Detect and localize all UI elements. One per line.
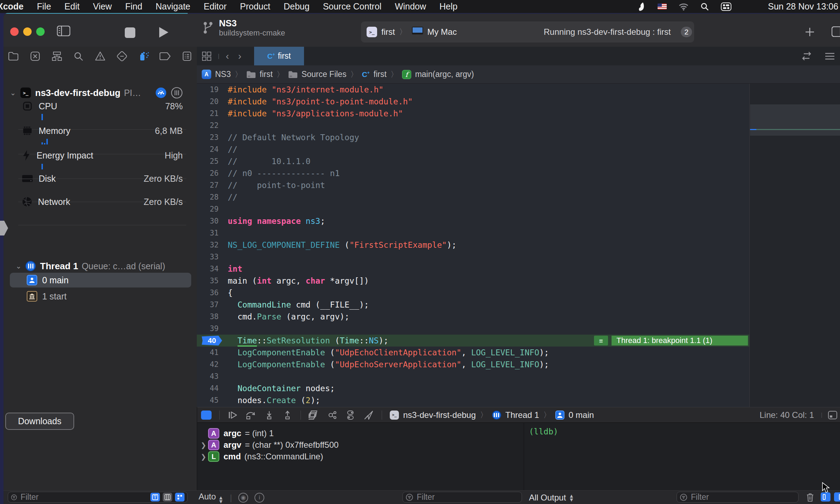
breadcrumb-item[interactable]: first — [374, 70, 387, 79]
line-number[interactable]: 38 — [197, 312, 219, 321]
menu-item-edit[interactable]: Edit — [64, 1, 79, 11]
memory-graph-button[interactable] — [327, 411, 337, 420]
environment-overrides-button[interactable] — [345, 411, 356, 420]
menu-item-help[interactable]: Help — [439, 1, 457, 11]
tab-first[interactable]: C+ first — [254, 47, 304, 65]
code-line-37[interactable]: 37 CommandLine cmd (__FILE__); — [197, 299, 749, 311]
debug-console[interactable]: (lldb) — [524, 422, 840, 490]
menu-item-editor[interactable]: Editor — [203, 1, 226, 11]
toggle-variables-view-button[interactable] — [821, 492, 831, 502]
breadcrumb-item[interactable]: first — [260, 70, 273, 79]
menu-item-product[interactable]: Product — [240, 1, 270, 11]
go-forward-button[interactable]: › — [238, 51, 241, 62]
line-number[interactable]: 28 — [197, 193, 219, 201]
disclosure-chevron-icon[interactable]: ❯ — [199, 441, 208, 449]
variables-view[interactable]: Aargc= (int) 1❯Aargv= (char **) 0x7ffeef… — [197, 422, 524, 490]
gauge-row-memory[interactable]: Memory6,8 MB — [4, 123, 197, 138]
go-back-button[interactable]: ‹ — [226, 51, 229, 62]
source-control-navigator-icon[interactable] — [30, 51, 41, 62]
project-title[interactable]: NS3 — [219, 18, 285, 28]
code-line-44[interactable]: 44 NodeContainer nodes; — [197, 382, 749, 394]
variables-filter-field[interactable] — [402, 492, 522, 503]
disclosure-chevron-icon[interactable]: ⌄ — [8, 89, 18, 97]
issue-navigator-icon[interactable] — [95, 51, 106, 62]
menu-item-navigate[interactable]: Navigate — [156, 1, 190, 11]
toggle-console-view-button[interactable] — [834, 492, 840, 502]
line-number[interactable]: 43 — [197, 372, 219, 381]
run-button[interactable] — [158, 26, 169, 38]
breakpoint-marker[interactable]: 40 — [202, 336, 222, 345]
editor-only-icon[interactable] — [828, 411, 837, 419]
line-number[interactable]: 44 — [197, 384, 219, 393]
breadcrumb-item[interactable]: Source Files — [302, 70, 347, 79]
continue-button[interactable] — [227, 411, 238, 420]
code-line-39[interactable]: 39 — [197, 323, 749, 335]
line-number[interactable]: 45 — [197, 396, 219, 405]
line-number[interactable]: 19 — [197, 85, 219, 94]
process-row[interactable]: ⌄ >_ ns3-dev-first-debug PI… — [4, 86, 197, 100]
line-number[interactable]: 39 — [197, 324, 219, 333]
project-navigator-icon[interactable] — [8, 51, 19, 62]
menu-item-file[interactable]: File — [37, 1, 51, 11]
disclosure-chevron-icon[interactable]: ⌄ — [14, 262, 23, 270]
filter-input[interactable] — [416, 492, 519, 502]
breadcrumb-item[interactable]: NS3 — [215, 70, 231, 79]
code-line-36[interactable]: 36{ — [197, 287, 749, 299]
code-line-25[interactable]: 25// 10.1.1.0 — [197, 155, 749, 167]
filter-flag-toggle[interactable] — [175, 493, 185, 502]
filter-input[interactable] — [690, 492, 795, 502]
run-destination[interactable]: My Mac — [427, 27, 457, 37]
code-line-23[interactable]: 23// Default Network Topology — [197, 131, 749, 143]
gauge-row-cpu[interactable]: CPU78% — [4, 98, 197, 114]
code-line-38[interactable]: 38 cmd.Parse (argc, argv); — [197, 311, 749, 323]
code-line-32[interactable]: 32NS_LOG_COMPONENT_DEFINE ("FirstScriptE… — [197, 239, 749, 251]
source-editor[interactable]: 19#include "ns3/internet-module.h"20#inc… — [197, 84, 749, 407]
filter-running-toggle[interactable] — [150, 493, 160, 502]
gauge-row-energy[interactable]: Energy ImpactHigh — [4, 148, 197, 163]
toggle-inspector-icon[interactable] — [832, 26, 840, 37]
thread-view-toggle-icon[interactable] — [171, 87, 183, 99]
line-number[interactable]: 37 — [197, 301, 219, 309]
control-center-icon[interactable] — [721, 2, 731, 11]
filter-input[interactable] — [20, 492, 148, 502]
menu-item-find[interactable]: Find — [125, 1, 142, 11]
debug-jump-item[interactable]: 0 main — [569, 410, 594, 420]
branch-name[interactable]: buildsystem-cmake — [219, 28, 285, 38]
navigator-filter-field[interactable] — [8, 492, 188, 503]
close-window-button[interactable] — [10, 27, 19, 36]
issue-count-badge[interactable]: 2 — [681, 27, 692, 37]
debug-jump-item[interactable]: Thread 1 — [505, 410, 539, 420]
breadcrumb-item[interactable]: main(argc, argv) — [415, 70, 474, 79]
menu-extra-icon[interactable] — [638, 2, 646, 11]
test-navigator-icon[interactable] — [116, 51, 128, 62]
filter-view-toggle[interactable] — [163, 493, 172, 502]
view-hierarchy-button[interactable] — [309, 411, 319, 420]
spotlight-search-icon[interactable] — [700, 2, 709, 11]
report-navigator-icon[interactable] — [181, 51, 193, 62]
disclosure-chevron-icon[interactable]: ❯ — [199, 453, 208, 461]
quicklook-icon[interactable]: ◉ — [238, 493, 248, 503]
scheme-name[interactable]: first — [381, 27, 395, 37]
zoom-window-button[interactable] — [36, 27, 45, 36]
minimize-window-button[interactable] — [23, 27, 32, 36]
menu-item-source-control[interactable]: Source Control — [323, 1, 382, 11]
line-number[interactable]: 30 — [197, 217, 219, 225]
step-out-button[interactable] — [282, 411, 293, 420]
code-line-19[interactable]: 19#include "ns3/internet-module.h" — [197, 84, 749, 96]
line-number[interactable]: 24 — [197, 145, 219, 154]
line-number[interactable]: 21 — [197, 109, 219, 118]
symbol-navigator-icon[interactable] — [51, 51, 63, 62]
line-number[interactable]: 32 — [197, 241, 219, 249]
code-line-20[interactable]: 20#include "ns3/point-to-point-module.h" — [197, 96, 749, 108]
scheme-selector[interactable]: >_ first 〉 My Mac Running ns3-dev-first-… — [361, 21, 694, 43]
code-line-21[interactable]: 21#include "ns3/applications-module.h" — [197, 108, 749, 119]
code-line-41[interactable]: 41 LogComponentEnable ("UdpEchoClientApp… — [197, 347, 749, 358]
line-number[interactable]: 34 — [197, 265, 219, 273]
menu-item-debug[interactable]: Debug — [284, 1, 310, 11]
wifi-icon[interactable] — [679, 3, 689, 11]
code-line-26[interactable]: 26// n0 -------------- n1 — [197, 167, 749, 179]
scope-selector[interactable]: Auto ▲▼ — [199, 492, 224, 503]
breakpoint-hit-badge[interactable]: Thread 1: breakpoint 1.1 (1) — [612, 336, 748, 345]
line-number[interactable]: 35 — [197, 277, 219, 285]
minimap[interactable] — [749, 84, 840, 407]
